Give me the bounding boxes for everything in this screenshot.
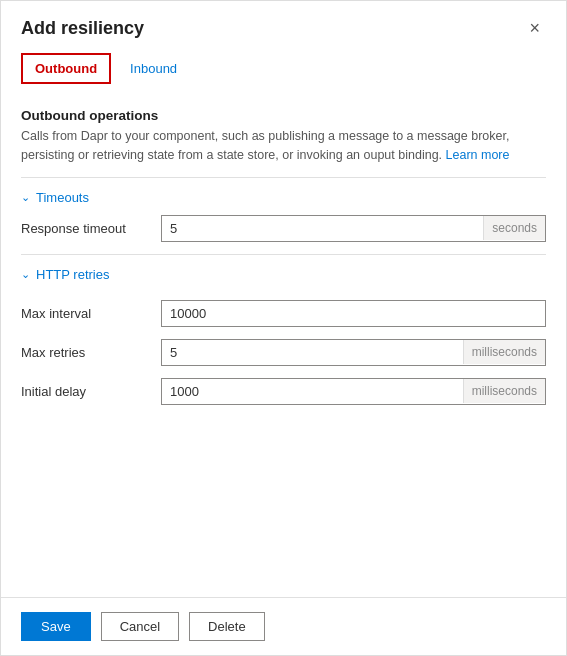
max-retries-input-wrapper: milliseconds — [161, 339, 546, 366]
divider-2 — [21, 254, 546, 255]
dialog-body: Outbound operations Calls from Dapr to y… — [1, 84, 566, 597]
max-interval-input[interactable] — [162, 301, 545, 326]
section-desc-text: Calls from Dapr to your component, such … — [21, 129, 509, 162]
initial-delay-row: Initial delay milliseconds — [21, 378, 546, 405]
max-interval-label: Max interval — [21, 306, 161, 321]
dialog-header: Add resiliency × — [1, 1, 566, 49]
max-retries-label: Max retries — [21, 345, 161, 360]
initial-delay-input[interactable] — [162, 379, 463, 404]
tab-outbound[interactable]: Outbound — [21, 53, 111, 84]
dialog-footer: Save Cancel Delete — [1, 597, 566, 655]
initial-delay-suffix: milliseconds — [463, 379, 545, 403]
delete-button[interactable]: Delete — [189, 612, 265, 641]
learn-more-link[interactable]: Learn more — [446, 148, 510, 162]
tab-bar: Outbound Inbound — [1, 49, 566, 84]
response-timeout-suffix: seconds — [483, 216, 545, 240]
close-button[interactable]: × — [523, 17, 546, 39]
outbound-section-desc: Calls from Dapr to your component, such … — [21, 127, 546, 165]
outbound-section-title: Outbound operations — [21, 108, 546, 123]
max-interval-input-wrapper — [161, 300, 546, 327]
max-interval-row: Max interval — [21, 300, 546, 327]
http-retries-label: HTTP retries — [36, 267, 109, 282]
tab-inbound[interactable]: Inbound — [117, 54, 190, 83]
initial-delay-input-wrapper: milliseconds — [161, 378, 546, 405]
response-timeout-input-wrapper: seconds — [161, 215, 546, 242]
timeouts-chevron-icon: ⌄ — [21, 191, 30, 204]
add-resiliency-dialog: Add resiliency × Outbound Inbound Outbou… — [0, 0, 567, 656]
timeouts-label: Timeouts — [36, 190, 89, 205]
timeouts-section-header[interactable]: ⌄ Timeouts — [21, 184, 546, 211]
max-retries-input[interactable] — [162, 340, 463, 365]
response-timeout-row: Response timeout seconds — [21, 215, 546, 242]
response-timeout-label: Response timeout — [21, 221, 161, 236]
max-retries-row: Max retries milliseconds — [21, 339, 546, 366]
dialog-title: Add resiliency — [21, 18, 144, 39]
http-retries-chevron-icon: ⌄ — [21, 268, 30, 281]
cancel-button[interactable]: Cancel — [101, 612, 179, 641]
save-button[interactable]: Save — [21, 612, 91, 641]
response-timeout-input[interactable] — [162, 216, 483, 241]
divider-1 — [21, 177, 546, 178]
initial-delay-label: Initial delay — [21, 384, 161, 399]
http-retries-section-header[interactable]: ⌄ HTTP retries — [21, 261, 546, 288]
max-retries-suffix: milliseconds — [463, 340, 545, 364]
